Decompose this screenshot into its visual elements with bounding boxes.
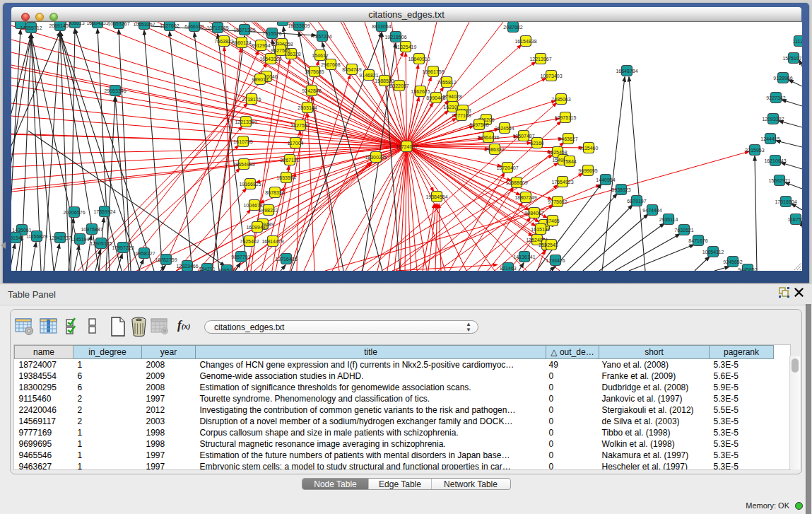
svg-text:154291: 154291 — [199, 267, 215, 271]
svg-text:9775692: 9775692 — [548, 199, 567, 204]
svg-text:6466160: 6466160 — [184, 24, 204, 29]
svg-text:116753: 116753 — [788, 217, 802, 222]
svg-text:2087682: 2087682 — [503, 25, 522, 30]
svg-text:989013: 989013 — [252, 77, 268, 82]
svg-text:16099481: 16099481 — [246, 225, 268, 230]
svg-text:16961758: 16961758 — [422, 69, 444, 74]
svg-text:154612: 154612 — [312, 53, 328, 58]
svg-text:9445652: 9445652 — [738, 267, 757, 271]
svg-text:8322037: 8322037 — [389, 83, 408, 88]
svg-text:1588520: 1588520 — [375, 78, 394, 83]
svg-text:908514: 908514 — [218, 268, 235, 271]
svg-text:12975115: 12975115 — [555, 115, 577, 120]
svg-text:1733426: 1733426 — [546, 258, 565, 263]
svg-text:15751074: 15751074 — [782, 56, 802, 61]
svg-text:14055712: 14055712 — [20, 25, 42, 30]
svg-text:12923466: 12923466 — [176, 264, 198, 269]
svg-text:3875685: 3875685 — [305, 69, 324, 74]
svg-text:11156829: 11156829 — [26, 234, 47, 239]
svg-text:16210643: 16210643 — [764, 158, 786, 163]
svg-text:7955812: 7955812 — [437, 80, 456, 85]
svg-text:17016504: 17016504 — [775, 199, 796, 204]
svg-text:8938923: 8938923 — [611, 187, 630, 192]
svg-text:8471676: 8471676 — [688, 238, 707, 243]
svg-text:12213369: 12213369 — [235, 119, 257, 124]
svg-text:9115460: 9115460 — [579, 146, 599, 151]
svg-text:9245652: 9245652 — [723, 259, 742, 264]
svg-text:9227342: 9227342 — [766, 95, 785, 100]
svg-text:6497568: 6497568 — [469, 122, 488, 127]
svg-text:2967608: 2967608 — [321, 62, 340, 67]
svg-text:7663822: 7663822 — [214, 39, 233, 44]
svg-text:87465: 87465 — [546, 218, 560, 223]
svg-text:7857224: 7857224 — [312, 34, 331, 39]
svg-text:1362615: 1362615 — [411, 89, 430, 94]
svg-text:16782759: 16782759 — [155, 257, 177, 262]
svg-text:1440954: 1440954 — [596, 177, 615, 182]
svg-text:3267130: 3267130 — [280, 158, 299, 163]
svg-text:9084067: 9084067 — [524, 211, 543, 216]
svg-text:2803144: 2803144 — [298, 105, 317, 110]
svg-text:13716485: 13716485 — [275, 257, 297, 262]
svg-text:17359924: 17359924 — [93, 209, 115, 214]
svg-text:20206576: 20206576 — [63, 210, 85, 215]
svg-text:3624554: 3624554 — [495, 126, 514, 131]
svg-text:7625402: 7625402 — [240, 239, 259, 244]
svg-text:16648784: 16648784 — [616, 69, 637, 74]
svg-text:2935114: 2935114 — [659, 217, 678, 222]
svg-text:18807249: 18807249 — [514, 195, 536, 200]
svg-text:18300295: 18300295 — [365, 155, 387, 160]
svg-text:1653594: 1653594 — [276, 175, 295, 180]
svg-text:10688609: 10688609 — [505, 180, 527, 185]
svg-text:1905813: 1905813 — [65, 22, 84, 25]
svg-text:6794028: 6794028 — [442, 94, 461, 99]
svg-text:15720407: 15720407 — [496, 165, 518, 170]
svg-text:7515526: 7515526 — [262, 31, 281, 36]
svg-text:1025458: 1025458 — [548, 150, 567, 155]
svg-text:9474444: 9474444 — [642, 208, 661, 213]
svg-text:16671385: 16671385 — [233, 28, 255, 33]
svg-text:9146821: 9146821 — [359, 73, 378, 78]
svg-text:1435061: 1435061 — [12, 228, 31, 233]
svg-text:8660124: 8660124 — [232, 40, 251, 45]
svg-text:10653267: 10653267 — [107, 22, 129, 26]
svg-text:75844: 75844 — [563, 159, 577, 164]
svg-text:62160: 62160 — [530, 141, 544, 146]
svg-text:1244415: 1244415 — [760, 136, 779, 141]
svg-text:11123: 11123 — [793, 39, 802, 44]
svg-text:3427552: 3427552 — [290, 123, 310, 128]
svg-text:10975887: 10975887 — [81, 227, 102, 232]
svg-text:16154838: 16154838 — [514, 39, 536, 44]
svg-text:8678334: 8678334 — [265, 190, 284, 195]
svg-text:3215953: 3215953 — [745, 148, 764, 153]
svg-text:821463: 821463 — [500, 266, 516, 271]
svg-text:1610755: 1610755 — [233, 139, 252, 144]
svg-text:8498222: 8498222 — [259, 208, 278, 213]
svg-text:9242848: 9242848 — [302, 88, 321, 93]
svg-text:19218506: 19218506 — [384, 35, 406, 40]
svg-text:10653267: 10653267 — [133, 22, 155, 27]
svg-text:12905135: 12905135 — [90, 241, 112, 246]
svg-text:92543: 92543 — [544, 243, 558, 247]
svg-text:15692971: 15692971 — [768, 178, 790, 183]
svg-text:8813054: 8813054 — [372, 24, 391, 29]
svg-text:12093387: 12093387 — [762, 117, 784, 122]
svg-text:14136141: 14136141 — [513, 255, 535, 259]
svg-text:1145194: 1145194 — [71, 237, 90, 242]
svg-text:9777169: 9777169 — [452, 113, 471, 118]
svg-text:18724007: 18724007 — [396, 144, 418, 149]
svg-text:9857791: 9857791 — [231, 255, 250, 259]
svg-text:9129966: 9129966 — [773, 76, 792, 81]
svg-text:10973403: 10973403 — [540, 74, 562, 78]
svg-text:9527505: 9527505 — [271, 48, 290, 53]
svg-text:7632621: 7632621 — [674, 228, 693, 233]
svg-text:7485063: 7485063 — [551, 97, 570, 102]
svg-text:9699695: 9699695 — [578, 168, 597, 173]
svg-text:10719185: 10719185 — [206, 25, 228, 30]
svg-text:12942737: 12942737 — [49, 235, 71, 240]
svg-text:16033809: 16033809 — [288, 23, 310, 28]
svg-text:11325419: 11325419 — [395, 45, 417, 49]
svg-text:10507487: 10507487 — [512, 134, 534, 139]
svg-text:10654112: 10654112 — [702, 250, 724, 255]
svg-text:19166825: 19166825 — [239, 182, 261, 187]
